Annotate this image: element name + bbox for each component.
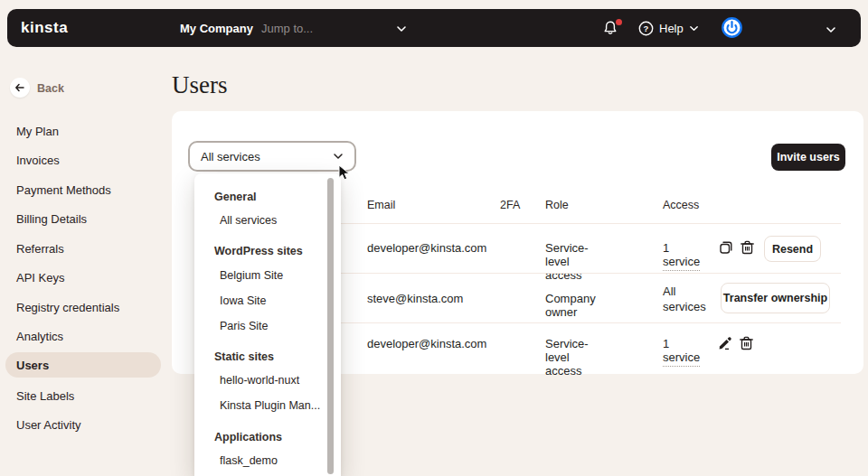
mouse-cursor [338,164,353,181]
sidebar-item-users[interactable]: Users [16,359,49,372]
service-filter-dropdown: General All services WordPress sites Bel… [194,173,341,476]
sidebar-item-invoices[interactable]: Invoices [16,154,60,167]
service-filter-select[interactable]: All services [188,141,356,172]
dropdown-item-all-services[interactable]: All services [220,214,277,227]
sidebar-item-payment-methods[interactable]: Payment Methods [16,183,111,197]
mykinsta-power-badge[interactable] [722,17,742,38]
back-label[interactable]: Back [37,82,64,95]
column-header-2fa: 2FA [500,199,520,211]
user-email: steve@kinsta.com [367,292,463,305]
dropdown-group-applications: Applications [214,431,282,443]
jump-chevron-down-icon[interactable] [396,23,407,34]
company-menu[interactable]: My Company [180,22,253,35]
dropdown-item-kinsta-plugin-man[interactable]: Kinsta Plugin Man... [220,399,320,412]
back-button[interactable] [10,78,30,98]
dropdown-scrollbar[interactable] [327,178,334,474]
sidebar-item-referrals[interactable]: Referrals [16,242,64,256]
dropdown-group-general: General [214,191,257,203]
column-header-access: Access [663,199,699,211]
dropdown-item-iowa-site[interactable]: Iowa Site [220,294,266,307]
select-chevron-down-icon [333,151,344,162]
user-role: Service-level access [545,241,589,282]
access-value[interactable]: 1 service [663,241,700,271]
invite-users-button[interactable]: Invite users [771,144,845,171]
column-header-email: Email [367,199,395,211]
user-email: developer@kinsta.com [367,241,486,255]
dropdown-item-flask-demo[interactable]: flask_demo [220,454,278,467]
dropdown-group-wordpress-sites: WordPress sites [214,245,303,257]
sidebar-item-registry-credentials[interactable]: Registry credentials [16,301,119,314]
user-role: Company owner [545,292,596,319]
jump-to-input[interactable]: Jump to... [261,22,313,35]
account-chevron-down-icon[interactable] [826,24,836,35]
access-value[interactable]: 1 service [663,337,700,367]
trash-icon[interactable] [740,239,755,256]
sidebar-item-my-plan[interactable]: My Plan [16,125,59,138]
svg-text:?: ? [644,23,649,33]
resend-button[interactable]: Resend [764,236,821,262]
top-navbar: kinsta My Company Jump to... ? Help [7,9,861,47]
dropdown-item-hello-world-nuxt[interactable]: hello-world-nuxt [220,374,299,387]
sidebar-item-api-keys[interactable]: API Keys [16,271,64,285]
access-value: All services [663,284,712,314]
dropdown-item-belgium-site[interactable]: Belgium Site [220,269,283,282]
sidebar-item-site-labels[interactable]: Site Labels [16,389,74,403]
trash-icon[interactable] [739,335,754,351]
notification-badge [616,19,622,25]
user-role: Service-level access [545,337,589,378]
kinsta-logo[interactable]: kinsta [21,19,68,37]
sidebar-item-user-activity[interactable]: User Activity [16,418,81,432]
arrow-left-icon [14,82,25,93]
user-email: developer@kinsta.com [367,337,486,350]
help-chevron-down-icon [689,23,699,33]
column-header-role: Role [545,199,569,211]
dropdown-group-static-sites: Static sites [214,350,274,363]
sidebar-item-analytics[interactable]: Analytics [16,330,63,343]
help-question-icon: ? [638,21,654,36]
dropdown-item-paris-site[interactable]: Paris Site [220,320,269,332]
sidebar-item-billing-details[interactable]: Billing Details [16,212,87,226]
page-title: Users [172,71,228,99]
copy-icon[interactable] [718,239,734,256]
service-filter-value: All services [201,150,260,163]
help-menu[interactable]: ? Help [638,21,699,36]
edit-pencil-icon[interactable] [717,335,733,351]
help-label: Help [659,22,684,35]
transfer-ownership-button[interactable]: Transfer ownership [721,283,830,313]
